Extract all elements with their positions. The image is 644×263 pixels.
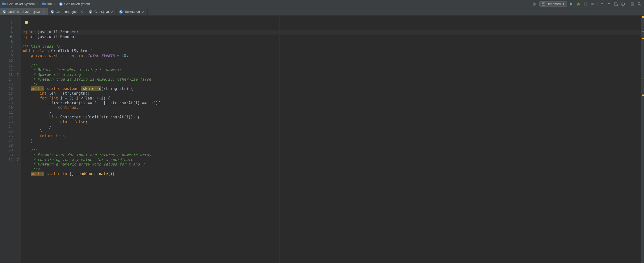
code-line[interactable]: } [22, 110, 644, 115]
line-number[interactable]: 18 [0, 96, 13, 101]
line-number[interactable]: 28 [0, 143, 13, 148]
stripe-mark[interactable] [642, 31, 644, 31]
line-number[interactable]: 2 [0, 20, 13, 25]
code-line[interactable] [22, 143, 644, 148]
line-number[interactable]: 14 [0, 77, 13, 82]
class-icon: C [59, 2, 63, 6]
tab-gridticketsystem[interactable]: C GridTicketSystem.java ✕ [0, 8, 48, 15]
line-number[interactable]: 20 [0, 105, 13, 110]
line-number[interactable]: 9 [0, 53, 13, 58]
stripe-mark[interactable] [642, 79, 644, 79]
tab-ticket[interactable]: C Ticket.java ✕ [117, 8, 148, 15]
code-line[interactable]: public static boolean isNumeric(String s… [22, 86, 644, 91]
intention-bulb-icon[interactable] [25, 21, 28, 24]
line-number[interactable]: 24 [0, 124, 13, 129]
tab-close-icon[interactable]: ✕ [110, 10, 114, 14]
line-number[interactable]: 26 [0, 134, 13, 139]
line-number[interactable]: 21 [0, 110, 13, 115]
tab-close-icon[interactable]: ✕ [80, 10, 84, 14]
code-line[interactable]: for (int i = 0; i < len; ++i) { [22, 96, 644, 101]
code-line[interactable]: public static int[] readCoordinate(){ [22, 172, 644, 176]
vcs-commit-icon[interactable] [607, 2, 612, 7]
line-number[interactable]: 23 [0, 120, 13, 124]
line-number[interactable]: 30 [0, 153, 13, 157]
override-marker-icon[interactable]: @ [16, 72, 20, 76]
code-line[interactable]: } [22, 124, 644, 129]
code-line[interactable]: return true; [22, 134, 644, 139]
search-icon[interactable] [637, 2, 642, 7]
code-line[interactable]: } [22, 129, 644, 134]
tab-event[interactable]: C Event.java ✕ [86, 8, 117, 15]
code-line[interactable]: * Prompts user for input and returns a n… [22, 153, 644, 157]
code-line[interactable]: continue; [22, 105, 644, 110]
line-number[interactable]: 29 [0, 148, 13, 153]
code-line[interactable]: } [22, 139, 644, 143]
run-gutter-icon[interactable]: ▶ [10, 35, 12, 39]
line-number[interactable]: 22 [0, 115, 13, 120]
breadcrumb-item-class[interactable]: C GridTicketSystem [59, 2, 90, 6]
line-number[interactable]: 8 [0, 49, 13, 53]
run-config-dropdown[interactable]: Unnamed ▼ [539, 1, 567, 7]
line-number[interactable]: 6 [0, 39, 13, 44]
code-line[interactable]: int len = str.length(); [22, 91, 644, 96]
code-line[interactable]: /** [22, 63, 644, 68]
code-line[interactable]: /** [22, 148, 644, 153]
code-line[interactable]: private static final int TOTAL_EVENTS = … [22, 53, 644, 58]
line-number[interactable]: 3 [0, 25, 13, 30]
code-line[interactable]: if(str.charAt(i) == '-' || str.charAt(i)… [22, 101, 644, 106]
code-line[interactable] [22, 39, 644, 44]
breadcrumb-item-src[interactable]: src [42, 2, 52, 6]
line-number[interactable]: 12 [0, 68, 13, 72]
code-line[interactable]: **/ [22, 167, 644, 172]
code-line[interactable]: * Returns true when a string is numeric [22, 68, 644, 72]
vcs-history-icon[interactable] [614, 2, 619, 7]
line-number[interactable]: 1 [0, 16, 13, 20]
error-stripe[interactable] [641, 16, 644, 263]
stop-button[interactable] [590, 2, 595, 7]
tab-coordinate[interactable]: C Coordinate.java ✕ [48, 8, 86, 15]
code-line[interactable]: * @param str a string [22, 72, 644, 77]
code-line[interactable]: /** Main class */ [22, 44, 644, 49]
line-number[interactable]: 13 [0, 72, 13, 77]
line-number[interactable]: 31 [0, 157, 13, 162]
line-number[interactable]: 11 [0, 63, 13, 68]
code-area[interactable]: import java.util.Scanner;import java.uti… [21, 16, 644, 263]
line-number[interactable]: 4 [0, 30, 13, 35]
tab-close-icon[interactable]: ✕ [141, 10, 145, 14]
line-number[interactable]: 7 [0, 44, 13, 49]
line-number-gutter[interactable]: 1234567891011121314151617181920212223242… [0, 16, 15, 263]
line-number[interactable]: 16 [0, 86, 13, 91]
code-line[interactable]: * @return true if string is numeric, oth… [22, 77, 644, 82]
structure-icon[interactable] [630, 2, 635, 7]
code-line[interactable]: return false; [22, 120, 644, 124]
line-number[interactable]: 25 [0, 129, 13, 134]
code-line[interactable]: if (!Character.isDigit(str.charAt(i))) { [22, 115, 644, 120]
coverage-button[interactable] [583, 2, 588, 7]
vcs-update-icon[interactable] [599, 2, 605, 7]
stripe-mark[interactable] [642, 38, 644, 39]
code-editor[interactable]: 1234567891011121314151617181920212223242… [0, 16, 644, 263]
line-number[interactable]: 10 [0, 58, 13, 63]
code-line[interactable]: import java.util.Random; [22, 35, 644, 39]
marker-gutter[interactable]: ▶ @@ [15, 16, 21, 263]
vcs-revert-icon[interactable] [621, 2, 626, 7]
code-line[interactable]: * containing the x,y values for a coordi… [22, 157, 644, 162]
code-line[interactable]: */ [22, 82, 644, 87]
line-number[interactable]: 17 [0, 91, 13, 96]
override-marker-icon[interactable]: @ [16, 157, 20, 161]
tab-close-icon[interactable]: ✕ [42, 10, 45, 14]
debug-button[interactable] [576, 2, 581, 7]
line-number[interactable]: 27 [0, 139, 13, 143]
breadcrumb-item-project[interactable]: Grid Ticket System [2, 2, 35, 6]
code-line[interactable]: import java.util.Scanner; [22, 30, 644, 35]
code-line[interactable] [22, 58, 644, 63]
binary-toggle-icon[interactable]: 0110 [532, 2, 537, 7]
line-number[interactable]: 15 [0, 82, 13, 87]
analysis-status-icon[interactable] [642, 16, 644, 18]
stripe-mark[interactable] [642, 94, 644, 94]
code-line[interactable]: * @return a numeric array with values fo… [22, 162, 644, 167]
run-button[interactable] [569, 2, 574, 7]
line-number[interactable]: 19 [0, 101, 13, 106]
stripe-mark[interactable] [642, 95, 644, 96]
code-line[interactable]: public class GridTicketSystem { [22, 49, 644, 53]
